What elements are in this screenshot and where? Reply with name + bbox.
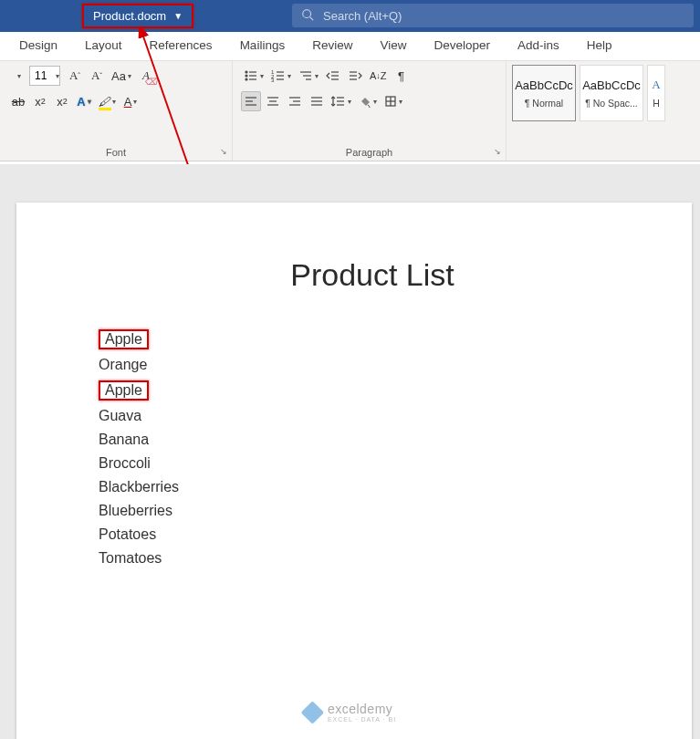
strikethrough-icon[interactable]: ab bbox=[8, 91, 28, 111]
list-item: Broccoli bbox=[99, 455, 646, 472]
font-group: ▾ 11 ▾ Aˆ Aˇ Aa▾ A⌫ ab x2 x2 A▾ 🖊▾ A▾ Fo… bbox=[0, 61, 233, 161]
tab-review[interactable]: Review bbox=[298, 32, 366, 60]
style-tile[interactable]: AaBbCcDc¶ Normal bbox=[512, 65, 576, 121]
align-center-icon[interactable] bbox=[263, 91, 283, 111]
search-icon bbox=[301, 8, 314, 24]
increase-font-icon[interactable]: Aˆ bbox=[65, 66, 85, 86]
font-size-value: 11 bbox=[35, 69, 47, 82]
borders-icon[interactable]: ▾ bbox=[381, 91, 405, 111]
tab-design[interactable]: Design bbox=[5, 32, 71, 60]
tab-mailings[interactable]: Mailings bbox=[226, 32, 299, 60]
justify-icon[interactable] bbox=[307, 91, 327, 111]
style-sample: AaBbCcDc bbox=[515, 78, 573, 92]
filename-text: Product.docm bbox=[93, 9, 166, 23]
document-page[interactable]: Product List AppleOrangeAppleGuavaBanana… bbox=[16, 203, 692, 739]
paragraph-dialog-launcher-icon[interactable]: ↘ bbox=[494, 147, 501, 156]
product-list: AppleOrangeAppleGuavaBananaBroccoliBlack… bbox=[99, 329, 646, 567]
font-dropdown-caret[interactable]: ▾ bbox=[8, 66, 28, 86]
list-item: Guava bbox=[99, 408, 646, 424]
tab-help[interactable]: Help bbox=[573, 32, 626, 60]
subscript-icon[interactable]: x2 bbox=[30, 91, 50, 111]
font-dialog-launcher-icon[interactable]: ↘ bbox=[220, 147, 227, 156]
style-tile[interactable]: AaBbCcDc¶ No Spac... bbox=[580, 65, 643, 121]
shading-icon[interactable]: ▾ bbox=[356, 91, 380, 111]
sort-icon[interactable]: A↓Z bbox=[367, 66, 390, 86]
superscript-icon[interactable]: x2 bbox=[52, 91, 72, 111]
decrease-indent-icon[interactable] bbox=[323, 66, 343, 86]
svg-text:3: 3 bbox=[271, 78, 275, 82]
list-item: Potatoes bbox=[99, 526, 646, 543]
style-label: ¶ Normal bbox=[525, 98, 563, 109]
font-color-icon[interactable]: A▾ bbox=[120, 91, 141, 111]
change-case-icon[interactable]: Aa▾ bbox=[109, 66, 134, 86]
increase-indent-icon[interactable] bbox=[345, 66, 365, 86]
title-bar: Product.docm ▼ Search (Alt+Q) bbox=[0, 0, 700, 32]
ribbon-body: ▾ 11 ▾ Aˆ Aˇ Aa▾ A⌫ ab x2 x2 A▾ 🖊▾ A▾ Fo… bbox=[0, 61, 700, 161]
clear-formatting-icon[interactable]: A⌫ bbox=[136, 66, 156, 86]
svg-point-6 bbox=[246, 78, 247, 80]
list-item: Blueberries bbox=[99, 503, 646, 519]
list-item: Orange bbox=[99, 357, 646, 373]
highlight-icon[interactable]: 🖊▾ bbox=[96, 91, 119, 111]
highlighted-item: Apple bbox=[99, 380, 149, 401]
svg-point-0 bbox=[303, 9, 311, 17]
style-sample: AaBbCcDc bbox=[582, 78, 641, 92]
decrease-font-icon[interactable]: Aˇ bbox=[87, 66, 107, 86]
paragraph-group: ▾ 123▾ ▾ A↓Z ¶ ▾ ▾ ▾ Parag bbox=[233, 61, 507, 161]
document-area: Product List AppleOrangeAppleGuavaBanana… bbox=[0, 164, 700, 739]
line-spacing-icon[interactable]: ▾ bbox=[329, 91, 354, 111]
tab-add-ins[interactable]: Add-ins bbox=[504, 32, 573, 60]
tab-references[interactable]: References bbox=[136, 32, 226, 60]
styles-group: AaBbCcDc¶ NormalAaBbCcDc¶ No Spac...AH bbox=[507, 61, 671, 161]
show-marks-icon[interactable]: ¶ bbox=[392, 66, 412, 86]
align-left-icon[interactable] bbox=[241, 91, 261, 111]
highlighted-item: Apple bbox=[99, 329, 149, 349]
list-item: Apple bbox=[99, 329, 646, 349]
svg-point-4 bbox=[246, 75, 247, 77]
bullets-icon[interactable]: ▾ bbox=[241, 66, 266, 86]
list-item: Apple bbox=[99, 380, 646, 401]
chevron-down-icon: ▼ bbox=[173, 11, 183, 21]
ribbon-tabs: DesignLayoutReferencesMailingsReviewView… bbox=[0, 32, 700, 61]
svg-point-2 bbox=[246, 71, 247, 73]
list-item: Tomatoes bbox=[99, 550, 646, 567]
tab-view[interactable]: View bbox=[366, 32, 420, 60]
tab-developer[interactable]: Developer bbox=[420, 32, 504, 60]
style-tile[interactable]: AH bbox=[647, 65, 665, 121]
align-right-icon[interactable] bbox=[285, 91, 305, 111]
style-label: ¶ No Spac... bbox=[585, 98, 638, 109]
multilevel-list-icon[interactable]: ▾ bbox=[296, 66, 321, 86]
document-title: Product List bbox=[99, 257, 646, 293]
list-item: Blackberries bbox=[99, 479, 646, 495]
tab-layout[interactable]: Layout bbox=[71, 32, 136, 60]
font-size-input[interactable]: 11 ▾ bbox=[29, 66, 60, 86]
numbering-icon[interactable]: 123▾ bbox=[268, 66, 294, 86]
search-placeholder: Search (Alt+Q) bbox=[323, 9, 402, 23]
svg-line-1 bbox=[310, 16, 314, 20]
font-group-label: Font bbox=[0, 147, 232, 158]
list-item: Banana bbox=[99, 432, 646, 448]
text-effects-icon[interactable]: A▾ bbox=[74, 91, 94, 111]
search-input[interactable]: Search (Alt+Q) bbox=[292, 4, 694, 27]
paragraph-group-label: Paragraph bbox=[233, 147, 506, 158]
filename-title[interactable]: Product.docm ▼ bbox=[82, 4, 193, 28]
